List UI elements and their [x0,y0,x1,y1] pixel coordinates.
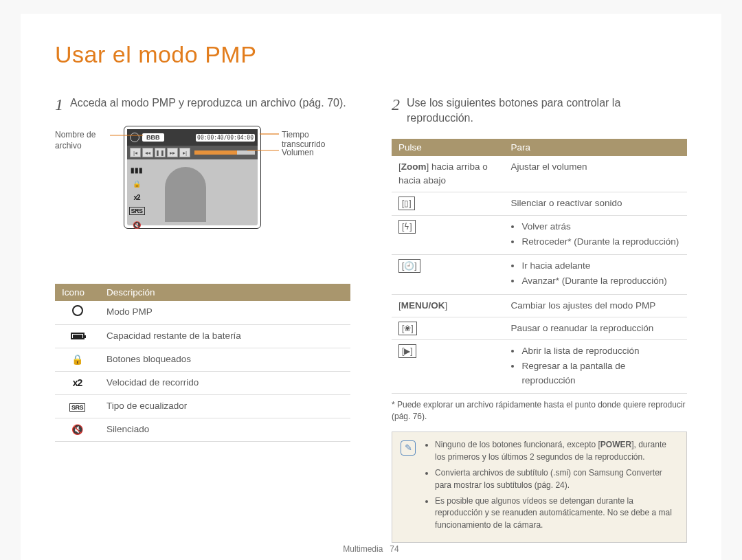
icon-desc: Capacidad restante de la batería [100,325,350,348]
srs-icon: SRS [69,403,85,412]
volume-bar[interactable] [194,150,255,155]
step-2-text: Use los siguientes botones para controla… [407,96,687,126]
list-item: Avanzar* (Durante la reproducción) [521,274,680,288]
play-icon: [▶] [398,344,416,358]
fastfwd-icon[interactable]: ▸▸ [167,148,178,157]
step-1-text: Acceda al modo PMP y reproduzca un archi… [70,96,350,111]
table-row: [▶] Abrir la lista de reproducción Regre… [392,340,687,394]
table-row: [ϟ] Volver atrás Retroceder* (Durante la… [392,215,687,255]
icon-desc: Modo PMP [100,301,350,325]
press-cell: [❀] [392,317,504,339]
to-cell: Pausar o reanudar la reproducción [504,317,687,339]
infobox-item: Convierta archivos de subtítulo (.smi) c… [435,467,678,491]
display-icon: [▯] [398,197,415,210]
info-icon: ✎ [401,440,416,456]
page-title: Usar el modo PMP [55,41,687,68]
table-row: [MENU/OK] Cambiar los ajustes del modo P… [392,294,687,317]
pmp-diagram: Nombre de archivo BBB 00:00:40/00:04:00 … [55,126,350,263]
table-row: [🕘] Ir hacia adelante Avanzar* (Durante … [392,255,687,295]
table-row: 🔒 Botones bloqueados [55,348,350,372]
label-time: Tiempo transcurrido [282,130,350,149]
skip-back-icon[interactable]: |◂ [130,148,141,157]
table-row: 🔇 Silenciado [55,418,350,442]
icon-desc: Velocidad de recorrido [100,372,350,395]
to-col-header: Para [504,139,687,156]
film-reel-icon [72,305,83,316]
page-footer: Multimedia 74 [21,544,721,554]
press-cell: [🕘] [392,255,504,295]
press-cell: [Zoom] hacia arriba o hacia abajo [392,156,504,192]
footnote: * Puede explorar un archivo rápidamente … [392,399,687,423]
table-row: SRS Tipo de ecualizador [55,395,350,418]
label-filename: Nombre de archivo [55,130,110,151]
label-volume: Volumen [282,148,314,157]
press-cell: [ϟ] [392,215,504,255]
footer-section: Multimedia [343,544,383,554]
table-row: [❀] Pausar o reanudar la reproducción [392,317,687,339]
step-number: 1 [55,96,63,113]
x2-icon: x2 [73,377,82,388]
flash-icon: [ϟ] [398,220,416,234]
to-cell: Cambiar los ajustes del modo PMP [504,294,687,317]
table-row: [▯] Silenciar o reactivar sonido [392,192,687,215]
press-col-header: Pulse [392,139,504,156]
mute-icon: 🔇 [71,424,83,435]
list-item: Ir hacia adelante [521,259,680,273]
step-1: 1 Acceda al modo PMP y reproduzca un arc… [55,96,350,113]
table-row: x2 Velocidad de recorrido [55,372,350,395]
to-cell: Volver atrás Retroceder* (Durante la rep… [504,215,687,255]
table-row: Capacidad restante de la batería [55,325,350,348]
press-cell: [▯] [392,192,504,215]
step-number: 2 [392,96,400,113]
infobox-item: Es posible que algunos vídeos se detenga… [435,495,678,531]
to-cell: Ir hacia adelante Avanzar* (Durante la r… [504,255,687,295]
list-item: Regresar a la pantalla de reproducción [521,359,680,388]
footer-page: 74 [390,544,398,554]
right-column: 2 Use los siguientes botones para contro… [392,96,687,543]
battery-icon [71,333,85,339]
time-value: 00:00:40/00:04:00 [196,134,255,142]
filename-value: BBB [142,133,164,142]
battery-icon: ▮▮▮ [131,165,142,175]
skip-fwd-icon[interactable]: ▸| [179,148,190,157]
srs-icon: SRS [131,206,142,216]
press-cell: [▶] [392,340,504,394]
x2-icon: x2 [131,192,142,202]
timer-icon: [🕘] [398,259,420,273]
icon-desc: Silenciado [100,418,350,442]
playback-controls: |◂ ◂◂ ❚❚ ▸▸ ▸| [127,146,258,159]
left-column: 1 Acceda al modo PMP y reproduzca un arc… [55,96,350,543]
icon-col-header: Icono [55,284,100,301]
device-topbar: BBB 00:00:40/00:04:00 [127,129,258,146]
lock-icon: 🔒 [131,179,142,188]
info-box: ✎ Ninguno de los botones funcionará, exc… [392,432,687,543]
list-item: Retroceder* (Durante la reproducción) [521,235,680,249]
to-cell: Silenciar o reactivar sonido [504,192,687,215]
device-side-icons: ▮▮▮ 🔒 x2 SRS 🔇 [131,165,142,229]
table-row: [Zoom] hacia arriba o hacia abajo Ajusta… [392,156,687,192]
infobox-item: Ninguno de los botones funcionará, excep… [435,439,678,463]
film-reel-icon [130,133,139,142]
step-2: 2 Use los siguientes botones para contro… [392,96,687,126]
table-row: Modo PMP [55,301,350,325]
device-frame: BBB 00:00:40/00:04:00 |◂ ◂◂ ❚❚ ▸▸ ▸| [124,126,261,229]
icon-table: Icono Descripción Modo PMP Capacidad res… [55,284,350,442]
video-silhouette [165,167,206,222]
icon-desc: Tipo de ecualizador [100,395,350,418]
list-item: Volver atrás [521,220,680,234]
to-cell: Abrir la lista de reproducción Regresar … [504,340,687,394]
pause-icon[interactable]: ❚❚ [155,148,166,157]
press-cell: [MENU/OK] [392,294,504,317]
lock-icon: 🔒 [71,354,83,365]
mute-icon: 🔇 [131,220,142,229]
list-item: Abrir la lista de reproducción [521,344,680,358]
macro-icon: [❀] [398,322,417,335]
manual-page: Usar el modo PMP 1 Acceda al modo PMP y … [21,14,721,560]
icon-desc: Botones bloqueados [100,348,350,372]
desc-col-header: Descripción [100,284,350,301]
to-cell: Ajustar el volumen [504,156,687,192]
rewind-icon[interactable]: ◂◂ [142,148,153,157]
control-table: Pulse Para [Zoom] hacia arriba o hacia a… [392,139,687,394]
